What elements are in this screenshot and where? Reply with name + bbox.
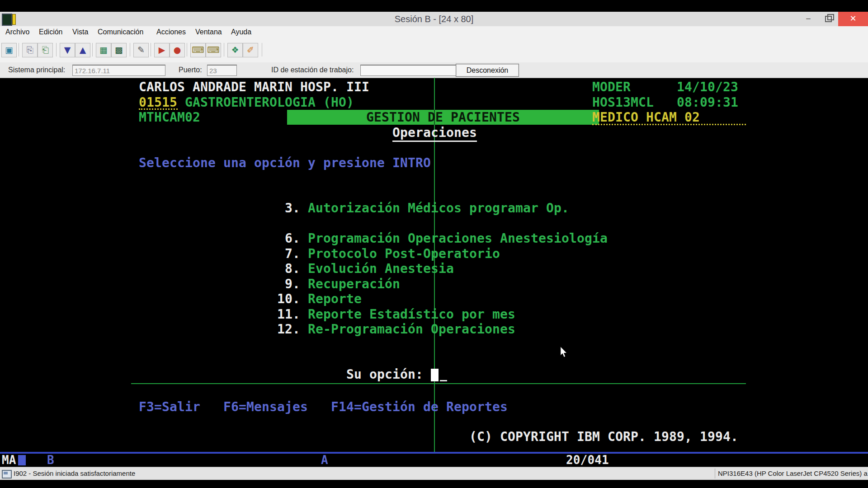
text-cursor[interactable] (431, 369, 439, 381)
send-file-icon[interactable]: ▲ (75, 43, 90, 57)
assist-icon[interactable]: ❖ (227, 43, 243, 57)
restore-icon (825, 16, 832, 22)
printer-status: NPI316E43 (HP Color LaserJet CP4520 Seri… (718, 467, 868, 480)
option-number[interactable]: 12. (267, 322, 300, 337)
menu-ventana[interactable]: Ventana (195, 26, 222, 38)
toolbar-separator (19, 43, 19, 56)
toolbar-separator (130, 43, 130, 56)
minimize-button[interactable]: – (798, 12, 818, 26)
option-number[interactable]: 11. (267, 307, 300, 322)
receive-file-icon[interactable]: ▼ (60, 43, 75, 57)
status-divider (715, 469, 715, 479)
status-bar: I902 - Sesión iniciada satisfactoriament… (0, 467, 868, 480)
emulator-window: Sesión B - [24 x 80] – ✕ Archivo Edición… (0, 0, 868, 488)
toolbar-separator (262, 43, 262, 56)
oia-indicator-block (18, 455, 26, 465)
new-session-icon[interactable]: ▣ (1, 43, 17, 57)
oia-cursor-position: 20/041 (566, 454, 609, 467)
fkey-mensajes: F6=Mensajes (223, 399, 308, 415)
option-label[interactable]: Reporte Estadístico por mes (308, 307, 515, 322)
option-label[interactable]: Evolución Anestesia (308, 261, 454, 277)
option-label[interactable]: Re-Programación Operaciones (308, 322, 515, 337)
status-message: I902 - Sesión iniciada satisfactoriament… (14, 467, 135, 480)
option-number[interactable]: 9. (267, 277, 300, 292)
mouse-cursor (560, 346, 568, 358)
port-label: Puerto: (179, 62, 202, 78)
menu-archivo[interactable]: Archivo (5, 26, 29, 38)
workstation-id-label: ID de estación de trabajo: (271, 62, 354, 78)
option-number[interactable]: 6. (267, 231, 300, 246)
oia-keyboard-indicator: A (321, 454, 328, 467)
crosshair-horizontal-rule (131, 383, 746, 384)
screen-banner: GESTION DE PACIENTES (287, 110, 599, 125)
user-field-underline (592, 124, 746, 125)
window-title: Sesión B - [24 x 80] (0, 12, 868, 26)
title-bar: Sesión B - [24 x 80] – ✕ (0, 12, 868, 26)
oia-bar: MA B A 20/041 (0, 454, 868, 467)
edit-session-icon[interactable]: ✎ (133, 43, 149, 57)
option-number[interactable]: 10. (267, 291, 300, 307)
date-field: 14/10/23 (677, 80, 738, 95)
menu-ayuda[interactable]: Ayuda (231, 26, 251, 38)
restore-button[interactable] (819, 12, 838, 26)
color-map-icon[interactable]: ✐ (243, 43, 258, 57)
toolbar-separator (224, 43, 224, 56)
hospital-name: CARLOS ANDRADE MARIN HOSP. III (139, 80, 369, 95)
quickpad-icon[interactable]: ⌨ (190, 43, 206, 57)
fkey-gestion-reportes: F14=Gestión de Reportes (331, 399, 508, 415)
toolbar-separator (56, 43, 57, 56)
play-macro-icon[interactable]: ▶ (154, 43, 170, 57)
copyright-line: (C) COPYRIGHT IBM CORP. 1989, 1994. (469, 429, 738, 445)
copy-icon[interactable]: ⎘ (22, 43, 38, 57)
oia-session-id: B (47, 454, 54, 467)
paste-icon[interactable]: ⎗ (38, 43, 53, 57)
fkey-salir: F3=Salir (139, 399, 200, 415)
close-button[interactable]: ✕ (838, 12, 868, 26)
session-status-icon (2, 470, 12, 479)
input-label: Su opción: (346, 367, 423, 382)
dept-code: 01515 (139, 95, 177, 110)
toolbar-separator (92, 43, 93, 56)
option-label[interactable]: Protocolo Post-Operatorio (308, 246, 500, 262)
toolbar-separator (187, 43, 187, 56)
option-label[interactable]: Recuperación (308, 277, 400, 292)
crosshair-over-banner (434, 110, 435, 125)
toolbar-separator (151, 43, 151, 56)
port-input[interactable] (207, 65, 237, 76)
record-macro-icon[interactable]: ● (170, 43, 185, 57)
host-label: Sistema principal: (8, 62, 65, 78)
oia-system-available: MA (2, 454, 16, 467)
screen-subtitle: Operaciones (392, 125, 477, 142)
workstation-id-input[interactable] (360, 65, 462, 76)
option-label[interactable]: Autorización Médicos programar Op. (308, 201, 569, 216)
menu-acciones[interactable]: Acciones (156, 26, 186, 38)
toolbar: ▣ ⎘ ⎗ ▼ ▲ ▦ ▩ ✎ ▶ ● ⌨ ⌨ ❖ ✐ (0, 38, 868, 63)
system-name: HOS13MCL (592, 95, 654, 110)
option-label[interactable]: Reporte (308, 291, 362, 307)
option-number[interactable]: 3. (267, 201, 300, 216)
banner-text: GESTION DE PACIENTES (366, 110, 520, 125)
menu-comunicacion[interactable]: Comunicación (98, 26, 143, 38)
host-input[interactable] (72, 65, 165, 76)
program-id: MTHCAM02 (139, 110, 200, 125)
input-field-underscore (440, 380, 447, 381)
option-number[interactable]: 7. (267, 246, 300, 262)
disconnect-button[interactable]: Desconexión (456, 64, 519, 77)
display-map-icon[interactable]: ▦ (96, 43, 111, 57)
menu-bar: Archivo Edición Vista Comunicación Accio… (0, 26, 868, 38)
menu-edicion[interactable]: Edición (39, 26, 62, 38)
mode-field: MODER (592, 80, 631, 95)
option-number[interactable]: 8. (267, 261, 300, 277)
time-field: 08:09:31 (677, 95, 738, 110)
connection-bar: Sistema principal: Puerto: ID de estació… (0, 62, 868, 78)
option-label[interactable]: Programación Operaciones Anestesiología (308, 231, 608, 246)
menu-vista[interactable]: Vista (72, 26, 88, 38)
dept-name: GASTROENTEROLOGIA (HO) (185, 95, 354, 110)
keypad-icon[interactable]: ⌨ (206, 43, 221, 57)
user-field: MEDICO HCAM 02 (592, 110, 700, 125)
terminal-screen-icon[interactable]: ▩ (111, 43, 127, 57)
prompt-text: Seleccione una opción y presione INTRO (139, 155, 431, 171)
